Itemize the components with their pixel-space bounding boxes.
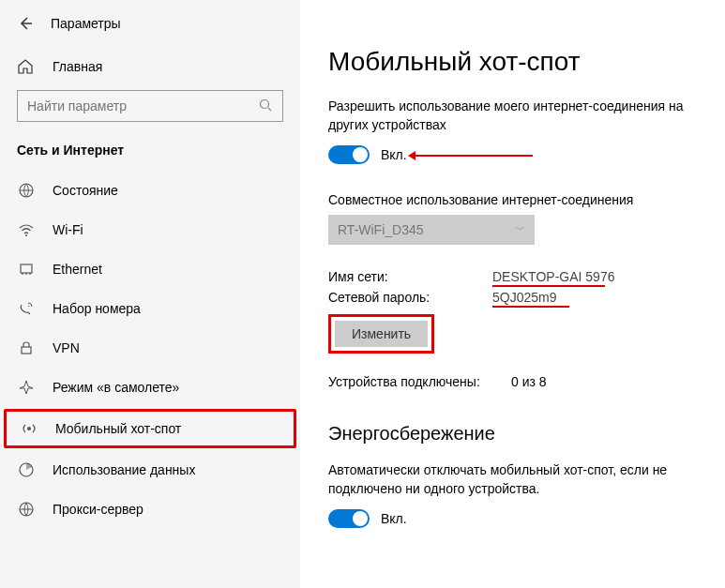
hotspot-icon [20, 419, 38, 438]
svg-rect-4 [22, 347, 31, 354]
sidebar-item-airplane[interactable]: Режим «в самолете» [0, 368, 300, 407]
sidebar-item-vpn[interactable]: VPN [0, 328, 300, 368]
data-usage-icon [17, 460, 36, 479]
sidebar-item-wifi[interactable]: Wi-Fi [0, 210, 300, 249]
nav-label: Ethernet [53, 262, 102, 277]
sidebar-item-hotspot[interactable]: Мобильный хот-спот [4, 409, 296, 448]
nav-label: Набор номера [53, 301, 141, 316]
nav-label: Режим «в самолете» [53, 380, 179, 395]
search-input[interactable] [27, 98, 259, 113]
vpn-icon [17, 339, 36, 357]
network-password-value: 5QJ025m9 [492, 290, 708, 305]
devices-connected-label: Устройства подключены: [328, 374, 511, 389]
nav-label: Прокси-сервер [53, 502, 143, 517]
annotation-arrow [411, 155, 533, 157]
network-password-label: Сетевой пароль: [328, 290, 492, 305]
home-label: Главная [53, 59, 102, 74]
search-icon [259, 98, 273, 113]
dialup-icon [17, 299, 36, 318]
network-name-value: DESKTOP-GAI 5976 [492, 269, 708, 284]
sidebar-item-dialup[interactable]: Набор номера [0, 289, 300, 328]
nav-label: Использование данных [53, 462, 195, 477]
dropdown-value: RT-WiFi_D345 [338, 222, 424, 237]
network-name-label: Имя сети: [328, 269, 492, 284]
svg-point-2 [25, 234, 27, 236]
power-saving-toggle[interactable] [328, 509, 370, 528]
power-toggle-label: Вкл. [381, 511, 407, 526]
ethernet-icon [17, 260, 36, 279]
nav-label: Мобильный хот-спот [55, 421, 181, 436]
share-connection-label: Совместное использование интернет-соедин… [328, 192, 708, 207]
power-saving-description: Автоматически отключать мобильный хот-сп… [328, 461, 708, 498]
home-nav-item[interactable]: Главная [0, 51, 300, 90]
back-button[interactable] [17, 15, 34, 32]
power-saving-heading: Энергосбережение [328, 423, 708, 445]
edit-button[interactable]: Изменить [335, 321, 428, 347]
airplane-icon [17, 378, 36, 397]
status-icon [17, 181, 36, 200]
home-icon [17, 58, 36, 75]
nav-label: Wi-Fi [53, 222, 83, 237]
search-box[interactable] [17, 90, 283, 122]
wifi-icon [17, 220, 36, 239]
sidebar-item-proxy[interactable]: Прокси-сервер [0, 490, 300, 529]
svg-point-0 [260, 100, 268, 109]
annotation-highlight-box: Изменить [328, 314, 434, 354]
nav-label: Состояние [53, 183, 118, 198]
chevron-down-icon: ﹀ [516, 223, 525, 236]
category-label: Сеть и Интернет [0, 143, 300, 171]
page-title: Мобильный хот-спот [328, 47, 708, 77]
share-connection-dropdown[interactable]: RT-WiFi_D345 ﹀ [328, 215, 535, 245]
svg-point-5 [27, 427, 31, 430]
main-content: Мобильный хот-спот Разрешить использован… [300, 0, 725, 588]
share-description: Разрешить использование моего интернет-с… [328, 98, 708, 134]
nav-label: VPN [53, 340, 80, 355]
sidebar-item-status[interactable]: Состояние [0, 171, 300, 210]
settings-sidebar: Параметры Главная Сеть и Интернет Состоя… [0, 0, 300, 588]
sidebar-item-datausage[interactable]: Использование данных [0, 450, 300, 490]
sidebar-item-ethernet[interactable]: Ethernet [0, 249, 300, 289]
hotspot-toggle[interactable] [328, 145, 370, 164]
proxy-icon [17, 500, 36, 519]
svg-rect-3 [21, 264, 32, 273]
window-title: Параметры [51, 16, 121, 31]
back-arrow-icon [18, 16, 33, 31]
devices-connected-value: 0 из 8 [511, 374, 708, 389]
